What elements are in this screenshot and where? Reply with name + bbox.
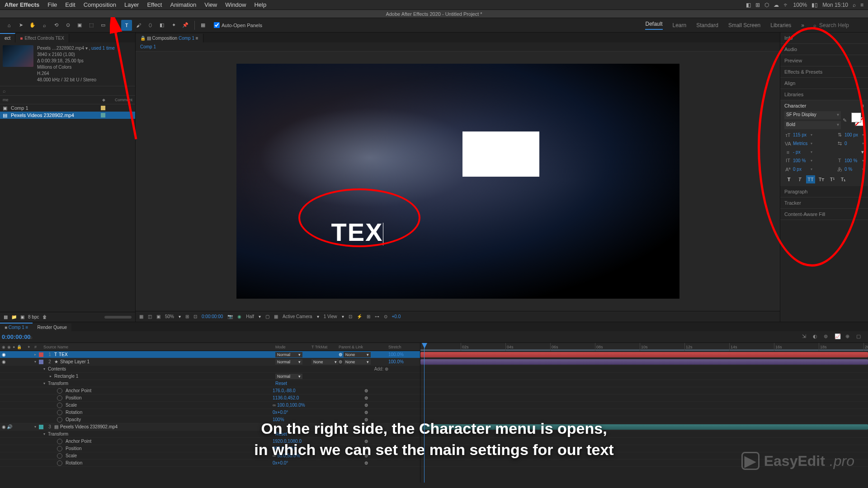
shape-tool[interactable]: ▭ [98,20,108,31]
vertical-scale[interactable]: 100 % [793,158,809,163]
pixel-aspect-icon[interactable]: ⊡ [349,314,352,319]
col-stretch[interactable]: Stretch [388,345,420,349]
workspace-standard[interactable]: Standard [696,22,718,28]
panel-content-aware-fill[interactable]: Content-Aware Fill [780,209,868,220]
effect-controls-tab[interactable]: ■Effect Controls TEX [15,34,69,42]
rectangle-group[interactable]: ▸ Rectangle 1 Normal▾ [0,373,420,380]
type-tool[interactable]: T [121,20,132,31]
stroke-width[interactable]: - px [793,150,809,155]
roto-tool[interactable]: ✦ [168,20,179,31]
interpret-icon[interactable]: ▦ [4,314,8,319]
parent-dropdown[interactable]: None▾ [344,359,371,365]
menu-edit[interactable]: Edit [65,1,75,8]
mode-dropdown[interactable]: Normal▾ [275,352,302,357]
layer-row-shape[interactable]: ◉ ▾ 2 ★Shape Layer 1 Normal▾ None▾ ⊚ Non… [0,358,420,366]
menu-effect[interactable]: Effect [147,1,162,8]
eyedropper-icon[interactable]: ✎ [843,117,847,123]
clone-tool[interactable]: ⬯ [145,20,156,31]
scroll-thumb[interactable] [104,316,132,319]
puppet-tool[interactable]: 📌 [180,20,191,31]
timeline-search-icon[interactable]: ⌕ [29,334,33,340]
footage-thumbnail[interactable] [3,45,33,67]
snap-icon[interactable]: ▦ [198,20,208,31]
leading[interactable]: 100 px [844,132,861,137]
small-caps-button[interactable]: Tᴛ [817,175,826,183]
timeline-icon[interactable]: ⊞ [367,314,370,319]
pen-tool[interactable]: ✎ [109,20,120,31]
camera-dropdown[interactable]: Active Camera [283,314,312,319]
workspace-default[interactable]: Default [645,21,662,30]
draft3d-icon[interactable]: ▢ [856,333,863,341]
faux-italic-button[interactable]: T [795,175,804,183]
zoom-caret[interactable]: ▾ [179,314,181,319]
panel-audio[interactable]: Audio [780,44,868,55]
workspace-learn[interactable]: Learn [673,22,687,28]
spotlight-icon[interactable]: ⌕ [853,2,856,8]
viewer-time[interactable]: 0:00:00:00 [202,314,223,319]
auto-open-panels-input[interactable] [214,22,220,28]
zoom-dropdown[interactable]: 50% [165,314,174,319]
search-help[interactable]: ⌕ [813,22,864,28]
font-style-dropdown[interactable]: Bold ▾ [784,121,841,129]
comp-new-icon[interactable]: ▣ [20,314,24,319]
color-mgmt-icon[interactable]: ◉ [237,314,241,319]
panel-menu-icon[interactable]: ≡ [861,103,864,108]
pan-behind-tool[interactable]: ⬚ [86,20,97,31]
frame-blend-icon[interactable]: ◐ [813,333,820,341]
stopwatch-icon[interactable] [57,410,62,415]
timeline-ruler[interactable]: 02s 04s 06s 08s 10s 12s 14s 16s 18s 20s [420,343,868,351]
character-title[interactable]: Character [784,103,806,108]
brush-tool[interactable]: 🖌 [133,20,144,31]
motion-blur-icon[interactable]: ⊚ [824,333,831,341]
project-item-footage[interactable]: ▤ Pexels Videos 2328902.mp4 [0,112,135,119]
all-caps-button[interactable]: TT [806,175,815,183]
stopwatch-icon[interactable] [57,417,62,422]
reset-exposure-icon[interactable]: ⊙ [384,314,387,319]
shape-rectangle[interactable] [462,131,539,177]
subscript-button[interactable]: T₁ [839,175,848,183]
text-layer[interactable]: TEX [331,217,384,247]
menu-icon[interactable]: ≡ [860,2,863,8]
font-family-dropdown[interactable]: SF Pro Display ▾ [784,111,841,119]
project-tab[interactable]: ect [0,33,15,42]
search-help-input[interactable] [819,22,864,28]
mode-dropdown[interactable]: Normal▾ [275,359,302,365]
menu-help[interactable]: Help [254,1,266,8]
flowchart-icon[interactable]: ⊶ [375,314,379,319]
timeline-tab-comp[interactable]: ■ Comp 1 ≡ [0,323,33,331]
stopwatch-icon[interactable] [57,403,62,408]
panel-info[interactable]: Info [780,33,868,44]
col-mode[interactable]: Mode [275,345,311,349]
shy-icon[interactable]: ⇲ [802,333,809,341]
menu-view[interactable]: View [204,1,217,8]
trash-icon[interactable]: 🗑 [42,314,47,319]
timeline-current-time[interactable]: 0:00:00:00 [0,333,29,340]
project-search-icon[interactable]: ⌕ [3,88,6,94]
bpc-label[interactable]: 8 bpc [28,314,39,319]
canvas[interactable]: TEX [236,64,679,299]
transform-group[interactable]: ▾ Transform Reset [0,380,420,387]
workspace-small-screen[interactable]: Small Screen [728,22,760,28]
grid-icon[interactable]: ▦ [139,314,143,319]
orbit-tool[interactable]: ⟲ [51,20,61,31]
fast-preview-icon[interactable]: ⚡ [357,314,362,319]
brain-icon[interactable]: ⊕ [845,333,853,341]
views-dropdown[interactable]: 1 View [324,314,337,319]
graph-editor-icon[interactable]: 📈 [835,333,842,341]
parent-dropdown[interactable]: None▾ [344,352,371,357]
stopwatch-icon[interactable] [57,388,62,394]
auto-open-panels-checkbox[interactable]: Auto-Open Panels [214,22,262,28]
menu-file[interactable]: File [47,1,57,8]
tracking[interactable]: 0 [844,141,861,146]
fill-color[interactable] [851,113,861,122]
prop-position[interactable]: Position 1136.0,452.0⊚ [0,394,420,402]
panel-preview[interactable]: Preview [780,55,868,66]
roi-icon[interactable]: ▢ [265,314,269,319]
workspace-overflow-icon[interactable]: » [801,22,804,28]
trkmat-dropdown[interactable]: None▾ [311,359,339,365]
camera-tool[interactable]: ▣ [74,20,85,31]
col-source-name[interactable]: Source Name [43,345,275,349]
resolution-dropdown[interactable]: Half [246,314,254,319]
menu-composition[interactable]: Composition [84,1,116,8]
home-icon[interactable]: ⌂ [4,20,14,31]
